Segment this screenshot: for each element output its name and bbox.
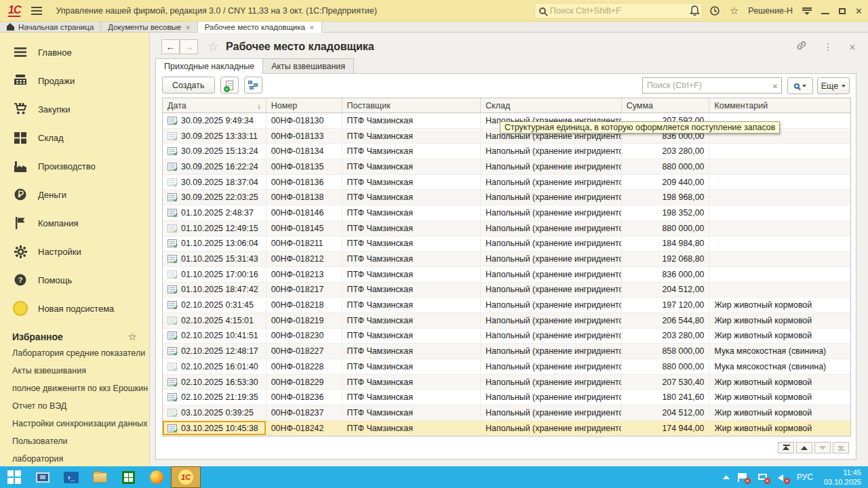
sidebar-item-money[interactable]: Деньги — [0, 180, 149, 209]
table-row[interactable]: 02.10.2025 16:53:30 00НФ-018229 ПТФ Чамз… — [163, 375, 850, 390]
notifications-bell-icon[interactable] — [690, 5, 700, 16]
sidebar-item-production[interactable]: Производство — [0, 152, 149, 180]
file-explorer-button[interactable] — [85, 466, 114, 488]
table-row[interactable]: 02.10.2025 21:19:35 00НФ-018236 ПТФ Чамз… — [163, 390, 850, 405]
close-window-button[interactable] — [855, 6, 863, 16]
posted-document-icon — [167, 209, 177, 217]
create-new-document-button[interactable] — [220, 77, 239, 94]
favorite-item[interactable]: Настройки синхронизации данных — [0, 415, 149, 432]
server-manager-button[interactable] — [28, 466, 57, 488]
forward-button[interactable] — [180, 39, 198, 54]
sidebar-item-purchases[interactable]: Закупки — [0, 95, 149, 123]
action-center-flag-icon[interactable] — [738, 472, 749, 483]
close-tab-icon[interactable] — [185, 23, 191, 31]
1c-enterprise-button[interactable] — [171, 466, 201, 488]
sidebar-item-new-subsystem[interactable]: Новая подсистема — [0, 294, 149, 323]
sidebar-item-warehouse[interactable]: Склад — [0, 123, 149, 152]
factory-icon — [12, 159, 28, 174]
favorite-item[interactable]: Лаборатория средние показатели — [0, 344, 149, 362]
create-button[interactable]: Создать — [162, 77, 215, 94]
store-button[interactable] — [114, 466, 142, 488]
subtab-weighing-acts[interactable]: Акты взвешивания — [262, 58, 354, 74]
service-menu-icon[interactable] — [802, 7, 812, 15]
more-button-label: Еще — [821, 81, 838, 91]
start-button[interactable] — [0, 466, 28, 488]
sidebar-item-settings[interactable]: Настройки — [0, 237, 149, 266]
table-row[interactable]: 02.10.2025 4:15:01 00НФ-018219 ПТФ Чамзи… — [163, 313, 850, 329]
firefox-button[interactable] — [142, 466, 171, 488]
favorite-item[interactable]: Пользователи — [0, 432, 149, 450]
main-menu-icon[interactable] — [31, 7, 42, 15]
table-row[interactable]: 01.10.2025 18:47:42 00НФ-018217 ПТФ Чамз… — [163, 283, 850, 298]
restore-button[interactable] — [839, 8, 846, 14]
global-search[interactable] — [534, 3, 703, 19]
back-button[interactable] — [161, 39, 180, 54]
sidebar-item-sales[interactable]: Продажи — [0, 66, 149, 95]
table-row[interactable]: 01.10.2025 15:31:43 00НФ-018212 ПТФ Чамз… — [163, 251, 850, 267]
favorite-item[interactable]: Акты взвешивания — [0, 362, 149, 380]
language-indicator[interactable]: РУС — [797, 472, 813, 482]
search-options-button[interactable] — [787, 77, 813, 94]
add-favorite-star-icon[interactable] — [208, 39, 219, 54]
tab-weight-documents[interactable]: Документы весовые — [101, 22, 197, 32]
table-row[interactable]: 30.09.2025 18:37:04 00НФ-018136 ПТФ Чамз… — [163, 175, 850, 190]
favorite-item[interactable]: лаборатория — [0, 450, 149, 466]
more-actions-icon[interactable] — [823, 41, 833, 53]
table-row[interactable]: 02.10.2025 12:48:17 00НФ-018227 ПТФ Чамз… — [163, 344, 850, 359]
get-link-icon[interactable] — [796, 41, 807, 53]
volume-muted-icon[interactable] — [777, 472, 789, 483]
list-search-input[interactable] — [643, 81, 769, 90]
table-row[interactable]: 30.09.2025 15:13:24 00НФ-018134 ПТФ Чамз… — [163, 144, 850, 159]
set-period-structure-button[interactable] — [244, 77, 262, 94]
table-row[interactable]: 01.10.2025 13:06:04 00НФ-018211 ПТФ Чамз… — [163, 237, 850, 252]
sidebar-item-main[interactable]: Главное — [0, 38, 149, 66]
favorites-star-icon[interactable] — [128, 331, 137, 343]
table-row[interactable]: 03.10.2025 10:45:38 00НФ-018242 ПТФ Чамз… — [163, 421, 850, 436]
table-row[interactable]: 03.10.2025 0:39:25 00НФ-018237 ПТФ Чамзи… — [163, 405, 850, 421]
taskbar-clock[interactable]: 11:45 03.10.2025 — [824, 468, 861, 487]
posted-document-icon — [167, 285, 177, 293]
go-to-top-button[interactable] — [778, 442, 794, 453]
1c-app-icon — [178, 470, 193, 485]
table-row[interactable]: 01.10.2025 12:49:15 00НФ-018145 ПТФ Чамз… — [163, 221, 850, 237]
table-row[interactable]: 02.10.2025 10:41:51 00НФ-018230 ПТФ Чамз… — [163, 329, 850, 344]
warehouse-column-tooltip: Структурная единица, в которую оформляет… — [500, 121, 780, 134]
table-row[interactable]: 30.09.2025 16:22:24 00НФ-018135 ПТФ Чамз… — [163, 159, 850, 175]
table-row[interactable]: 01.10.2025 17:00:16 00НФ-018213 ПТФ Чамз… — [163, 267, 850, 283]
history-icon[interactable] — [709, 5, 720, 16]
more-button[interactable]: Еще — [817, 77, 850, 94]
powershell-button[interactable] — [57, 466, 85, 488]
table-row[interactable]: 30.09.2025 22:03:25 00НФ-018138 ПТФ Чамз… — [163, 190, 850, 205]
tab-warehouse-workplace[interactable]: Рабочее место кладовщика — [198, 22, 322, 33]
session-user-label[interactable]: Решение-Н — [748, 6, 793, 16]
minimize-button[interactable] — [821, 13, 829, 14]
global-search-input[interactable] — [550, 6, 686, 16]
sidebar-item-help[interactable]: ? Помощь — [0, 266, 149, 294]
close-tab-icon[interactable] — [309, 23, 315, 31]
go-to-bottom-button[interactable] — [833, 442, 849, 453]
favorite-item[interactable]: Отчет по ВЭД — [0, 397, 149, 415]
network-status-icon[interactable] — [757, 472, 769, 483]
show-hidden-icons-button[interactable] — [723, 475, 730, 479]
clear-search-icon[interactable] — [769, 79, 781, 92]
subtab-receipt-invoices[interactable]: Приходные накладные — [155, 58, 262, 74]
column-header-comment[interactable]: Комментарий — [709, 98, 850, 113]
sidebar-item-company[interactable]: Компания — [0, 209, 149, 237]
posted-document-icon — [167, 331, 177, 340]
table-row[interactable]: 02.10.2025 0:31:45 00НФ-018218 ПТФ Чамзи… — [163, 298, 850, 313]
column-header-sum[interactable]: Сумма — [622, 98, 710, 113]
favorite-item[interactable]: полное движенитя по ккз Ерошкин — [0, 380, 149, 397]
tab-home[interactable]: Начальная страница — [0, 22, 101, 32]
column-header-warehouse[interactable]: Склад — [481, 98, 622, 113]
list-search[interactable] — [642, 77, 782, 94]
column-header-date[interactable]: Дата — [163, 98, 267, 113]
column-header-supplier[interactable]: Поставщик — [342, 98, 481, 113]
page-up-button[interactable] — [796, 442, 812, 453]
posted-document-icon — [167, 424, 177, 432]
favorites-star-icon[interactable] — [730, 5, 738, 17]
close-form-icon[interactable] — [849, 41, 856, 53]
table-row[interactable]: 01.10.2025 2:48:37 00НФ-018146 ПТФ Чамзи… — [163, 205, 850, 221]
page-down-button[interactable] — [814, 442, 831, 453]
column-header-number[interactable]: Номер — [267, 98, 342, 113]
table-row[interactable]: 02.10.2025 16:01:40 00НФ-018228 ПТФ Чамз… — [163, 359, 850, 375]
